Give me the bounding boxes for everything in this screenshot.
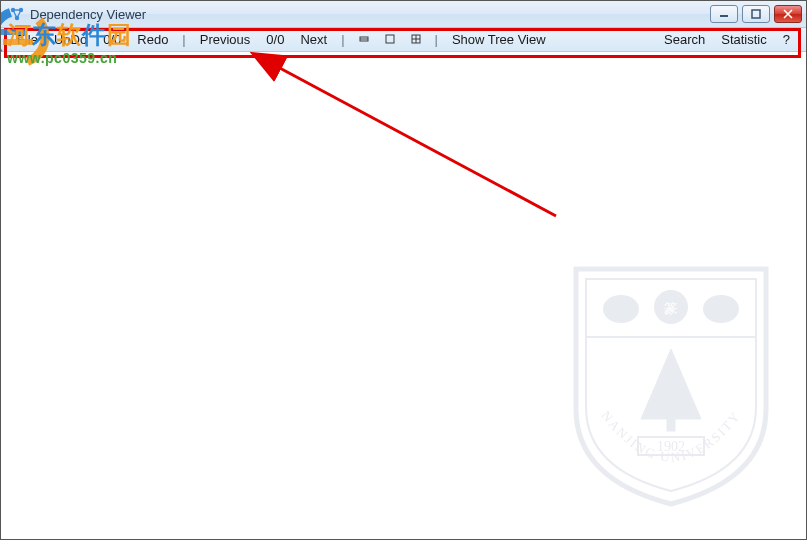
maximize-button[interactable] — [742, 5, 770, 23]
svg-rect-7 — [386, 35, 394, 43]
layout-grid-button[interactable] — [403, 28, 429, 52]
menu-next[interactable]: Next — [292, 28, 335, 52]
svg-rect-3 — [720, 15, 728, 17]
titlebar: Dependency Viewer — [1, 1, 806, 28]
menu-search[interactable]: Search — [656, 28, 713, 52]
app-icon — [9, 6, 25, 22]
menu-file[interactable]: File — [9, 28, 46, 52]
window-controls — [710, 5, 802, 23]
content-area — [2, 52, 805, 538]
menu-previous[interactable]: Previous — [192, 28, 259, 52]
undo-counter: 0/0 — [95, 28, 129, 52]
svg-rect-4 — [752, 10, 760, 18]
separator: | — [335, 32, 350, 47]
separator: | — [176, 32, 191, 47]
menu-show-tree-view[interactable]: Show Tree View — [444, 28, 554, 52]
separator: | — [429, 32, 444, 47]
menu-redo[interactable]: Redo — [129, 28, 176, 52]
nav-counter: 0/0 — [258, 28, 292, 52]
layout-single-button[interactable] — [377, 28, 403, 52]
menu-help[interactable]: ? — [775, 28, 798, 52]
close-button[interactable] — [774, 5, 802, 23]
minimize-button[interactable] — [710, 5, 738, 23]
window-title: Dependency Viewer — [30, 7, 146, 22]
menu-undo[interactable]: UnDo — [46, 28, 95, 52]
menubar: File UnDo 0/0 Redo | Previous 0/0 Next |… — [1, 28, 806, 52]
menu-statistic[interactable]: Statistic — [713, 28, 775, 52]
layout-small-button[interactable] — [351, 28, 377, 52]
